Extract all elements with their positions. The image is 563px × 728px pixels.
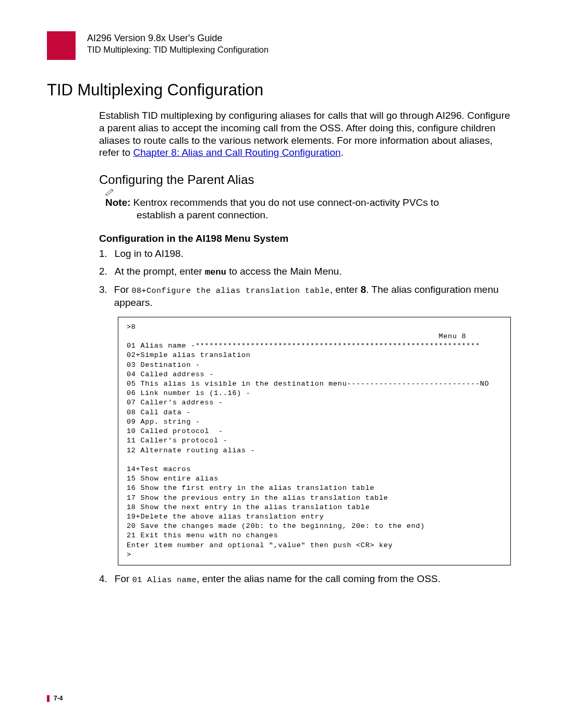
step-1: 1. Log in to AI198. bbox=[99, 248, 511, 261]
guide-title: AI296 Version 9.8x User's Guide bbox=[87, 33, 268, 44]
intro-text-after: . bbox=[341, 147, 344, 158]
step-4: 4. For 01 Alias name, enter the alias na… bbox=[99, 573, 511, 586]
step-3-mid: , enter bbox=[330, 284, 361, 295]
chapter-8-link[interactable]: Chapter 8: Alias and Call Routing Config… bbox=[133, 147, 340, 158]
code-block-menu8: >8 Menu 8 01 Alias name -***************… bbox=[118, 317, 511, 565]
step-2: 2. At the prompt, enter menu to access t… bbox=[99, 265, 511, 278]
main-heading: TID Multiplexing Configuration bbox=[47, 81, 516, 100]
step-2-post: to access the Main Menu. bbox=[226, 266, 342, 277]
step-3-bold: 8 bbox=[361, 284, 366, 295]
step-3-mono: 08+Configure the alias translation table bbox=[132, 287, 330, 295]
step-text: For 08+Configure the alias translation t… bbox=[114, 283, 511, 309]
page-header: AI296 Version 9.8x User's Guide TID Mult… bbox=[47, 31, 516, 60]
brand-square-icon bbox=[47, 31, 76, 60]
step-number: 1. bbox=[99, 248, 107, 261]
page-footer: 7-4 bbox=[47, 695, 63, 702]
note-text-line1: Kentrox recommends that you do not use c… bbox=[131, 197, 439, 208]
step-text: Log in to AI198. bbox=[115, 248, 183, 261]
footer-accent-icon bbox=[47, 695, 50, 702]
page-number: 7-4 bbox=[54, 695, 63, 702]
step-text: For 01 Alias name, enter the alias name … bbox=[115, 573, 440, 586]
step-number: 3. bbox=[99, 283, 107, 309]
pencil-icon bbox=[105, 188, 116, 195]
step-number: 2. bbox=[99, 265, 107, 278]
step-2-cmd: menu bbox=[205, 267, 226, 277]
breadcrumb: TID Multiplexing: TID Multiplexing Confi… bbox=[87, 45, 268, 55]
step-3: 3. For 08+Configure the alias translatio… bbox=[99, 283, 511, 309]
sub-sub-heading-ai198: Configuration in the AI198 Menu System bbox=[99, 233, 511, 244]
document-page: AI296 Version 9.8x User's Guide TID Mult… bbox=[0, 0, 563, 728]
step-text: At the prompt, enter menu to access the … bbox=[115, 265, 342, 278]
body-content: Establish TID multiplexing by configurin… bbox=[99, 109, 511, 586]
header-text-block: AI296 Version 9.8x User's Guide TID Mult… bbox=[87, 31, 268, 55]
step-3-pre: For bbox=[114, 284, 132, 295]
note-block: Note: Kentrox recommends that you do not… bbox=[105, 188, 511, 221]
ordered-steps: 1. Log in to AI198. 2. At the prompt, en… bbox=[99, 248, 511, 586]
step-4-mono: 01 Alias name bbox=[132, 576, 197, 585]
step-number: 4. bbox=[99, 573, 107, 586]
step-4-post: , enter the alias name for the call comi… bbox=[197, 573, 440, 584]
note-text-line2: establish a parent connection. bbox=[137, 209, 268, 221]
step-4-pre: For bbox=[115, 573, 132, 584]
note-text: Note: Kentrox recommends that you do not… bbox=[105, 196, 511, 221]
sub-heading-parent-alias: Configuring the Parent Alias bbox=[99, 172, 511, 187]
note-label: Note: bbox=[105, 197, 131, 208]
intro-paragraph: Establish TID multiplexing by configurin… bbox=[99, 109, 511, 159]
step-2-pre: At the prompt, enter bbox=[115, 266, 205, 277]
